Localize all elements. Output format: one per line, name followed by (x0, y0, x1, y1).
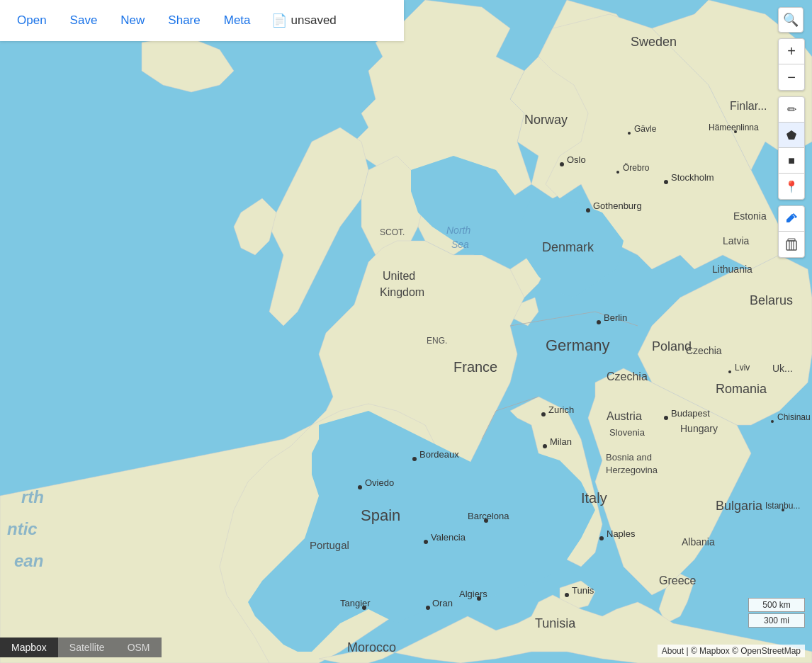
svg-text:Bosnia and: Bosnia and (606, 452, 652, 463)
svg-point-61 (358, 485, 362, 489)
svg-text:Tangier: Tangier (340, 598, 371, 608)
svg-point-63 (412, 457, 417, 461)
scale-km: 500 km (748, 598, 805, 612)
svg-point-47 (597, 320, 601, 324)
svg-text:Finlar...: Finlar... (730, 100, 767, 112)
svg-text:Hungary: Hungary (680, 423, 718, 434)
search-icon: 🔍 (783, 12, 799, 28)
svg-text:Lithuania: Lithuania (712, 264, 752, 275)
zoom-in-button[interactable]: + (779, 39, 804, 64)
svg-text:Morocco: Morocco (347, 640, 396, 654)
svg-rect-92 (788, 239, 795, 241)
svg-text:ntic: ntic (7, 519, 38, 538)
share-menu-item[interactable]: Share (158, 8, 210, 33)
svg-text:Czechia: Czechia (686, 345, 722, 356)
new-menu-item[interactable]: New (111, 8, 154, 33)
draw-rect-button[interactable]: ■ (779, 148, 804, 174)
file-status-label: unsaved (291, 13, 337, 28)
menu-bar: Open Save New Share Meta 📄 unsaved (0, 0, 404, 41)
svg-text:Valencia: Valencia (431, 532, 466, 543)
svg-text:Tunisia: Tunisia (535, 616, 576, 630)
svg-text:Lviv: Lviv (735, 363, 750, 373)
svg-text:Örebro: Örebro (623, 163, 650, 173)
search-button[interactable]: 🔍 (778, 7, 803, 33)
svg-text:Naples: Naples (607, 528, 636, 539)
osm-layer-button[interactable]: OSM (116, 638, 162, 657)
svg-point-59 (424, 540, 428, 544)
meta-menu-item[interactable]: Meta (214, 8, 261, 33)
svg-point-73 (771, 420, 774, 423)
svg-point-55 (664, 416, 668, 420)
edit-icon (785, 212, 798, 225)
polygon-icon (785, 129, 798, 142)
svg-text:Slovenia: Slovenia (609, 427, 645, 438)
svg-text:Italy: Italy (581, 490, 607, 506)
open-menu-item[interactable]: Open (7, 8, 57, 33)
svg-text:United: United (383, 270, 415, 282)
svg-text:Sea: Sea (451, 239, 469, 250)
svg-point-41 (560, 162, 564, 166)
svg-text:rth: rth (21, 487, 44, 506)
document-icon: 📄 (271, 13, 287, 28)
draw-pin-button[interactable]: 📍 (779, 174, 804, 199)
attribution: About | © Mapbox © OpenStreetMap (658, 645, 805, 657)
svg-text:Uk...: Uk... (772, 363, 793, 374)
svg-point-51 (543, 444, 547, 448)
svg-text:Sweden: Sweden (631, 35, 677, 49)
svg-text:Oran: Oran (432, 598, 453, 608)
scale-bar: 500 km 300 mi (748, 598, 805, 628)
svg-text:Bulgaria: Bulgaria (716, 499, 763, 513)
svg-point-71 (728, 370, 731, 373)
svg-text:Latvia: Latvia (723, 235, 750, 246)
svg-text:France: France (453, 359, 497, 375)
layer-switcher: Mapbox Satellite OSM (0, 638, 162, 657)
svg-text:Milan: Milan (550, 436, 572, 447)
zoom-controls: + − (778, 38, 805, 91)
svg-text:Greece: Greece (659, 574, 697, 586)
svg-text:Budapest: Budapest (671, 408, 710, 419)
svg-text:Gothenburg: Gothenburg (593, 200, 642, 211)
svg-point-81 (426, 606, 430, 610)
svg-text:Oviedo: Oviedo (365, 477, 394, 488)
file-status: 📄 unsaved (264, 7, 344, 34)
svg-point-53 (599, 536, 604, 540)
svg-text:Portugal: Portugal (310, 539, 349, 551)
draw-controls: ✏ ■ 📍 (778, 96, 805, 200)
svg-text:ean: ean (14, 551, 43, 570)
svg-text:Berlin: Berlin (604, 312, 627, 323)
svg-point-65 (628, 132, 631, 135)
svg-text:Herzegovina: Herzegovina (606, 465, 658, 475)
edit-button[interactable] (779, 206, 804, 232)
draw-pen-button[interactable]: ✏ (779, 97, 804, 123)
svg-text:Romania: Romania (716, 382, 767, 396)
save-menu-item[interactable]: Save (60, 8, 108, 33)
svg-point-49 (541, 412, 546, 416)
mapbox-layer-button[interactable]: Mapbox (0, 638, 58, 657)
svg-text:Algiers: Algiers (459, 589, 487, 599)
svg-text:SCOT.: SCOT. (380, 227, 405, 237)
svg-text:Belarus: Belarus (750, 293, 793, 307)
svg-text:Germany: Germany (546, 336, 609, 354)
scale-mi: 300 mi (748, 613, 805, 628)
svg-point-43 (664, 180, 668, 184)
svg-text:ENG.: ENG. (427, 336, 447, 346)
svg-text:Bordeaux: Bordeaux (419, 449, 459, 460)
svg-text:Kingdom: Kingdom (380, 286, 424, 298)
satellite-layer-button[interactable]: Satellite (58, 638, 116, 657)
svg-text:Hämeenlinna: Hämeenlinna (709, 123, 759, 132)
zoom-out-button[interactable]: − (779, 64, 804, 90)
svg-text:Stockholm: Stockholm (671, 172, 714, 183)
svg-text:Estonia: Estonia (733, 210, 767, 222)
svg-point-45 (586, 208, 590, 212)
edit-controls (778, 205, 805, 258)
svg-marker-87 (786, 130, 796, 140)
svg-text:Chisinau: Chisinau (777, 412, 811, 422)
svg-text:Zurich: Zurich (548, 404, 574, 415)
svg-text:Oslo: Oslo (567, 154, 586, 165)
svg-text:North: North (446, 225, 470, 236)
draw-polygon-button[interactable] (779, 123, 804, 148)
trash-icon (786, 238, 797, 251)
delete-button[interactable] (779, 232, 804, 257)
svg-text:Denmark: Denmark (542, 240, 594, 254)
svg-text:Czechia: Czechia (607, 370, 648, 382)
